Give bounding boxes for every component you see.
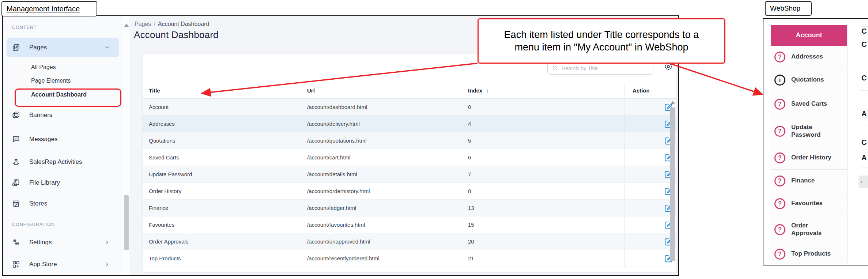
table-scrollbar[interactable] [670,99,676,267]
sidebar-scrollbar[interactable] [123,16,129,275]
sidebar-item-file-library[interactable]: File Library [7,174,119,192]
cell-index: 5 [468,137,624,144]
column-header-action: Action [624,83,676,98]
text-fragment: C [861,74,867,82]
menu-item-label: Account [796,31,822,39]
annotation-highlight-box [15,88,121,107]
sidebar-scrollbar-thumb[interactable] [124,195,129,250]
pages-table: Title Url Index↑ Action Account /account… [143,83,676,267]
text-fragment: C [861,27,867,35]
cell-title: Favourites [143,222,307,228]
sidebar-item-settings[interactable]: Settings [7,234,119,251]
webshop-menu-item-order-approvals[interactable]: ? Order Approvals [771,215,847,244]
menu-item-label: Finance [791,177,815,184]
search-input[interactable] [562,65,649,71]
table-row: Update Password /account/details.html 7 [143,166,676,183]
sidebar-item-salesrep-activities[interactable]: SalesRep Activities [7,153,119,171]
column-header-index[interactable]: Index↑ [468,87,624,94]
text-fragment: A [861,110,867,118]
cell-index: 6 [468,154,624,161]
cell-index: 13 [468,205,624,211]
sidebar-item-label: Settings [29,239,52,246]
cell-title: Account [143,104,307,110]
cell-url: /account/recentlyordered.html [307,255,468,261]
cell-index: 15 [468,222,624,228]
help-circle-icon: ? [774,198,785,209]
cell-title: Addresses [143,121,307,127]
sidebar-item-label: Messages [29,136,57,143]
table-row: Saved Carts /account/cart.html 6 [143,149,676,166]
sidebar-item-label: Pages [29,44,47,51]
cell-url: /account/dashboard.html [307,104,468,110]
cell-index: 21 [468,255,624,261]
file-library-icon [12,178,20,187]
webshop-menu-item-addresses[interactable]: ? Addresses [771,46,847,68]
webshop-menu-item-order-history[interactable]: ? Order History [771,146,847,170]
scroll-up-icon[interactable] [124,23,129,27]
menu-item-label: Saved Carts [791,100,827,108]
breadcrumb: Pages/Account Dashboard [135,21,209,27]
menu-item-label: Addresses [791,53,823,60]
salesrep-icon [12,158,20,166]
menu-item-label: Top Products [791,250,831,257]
sort-ascending-icon: ↑ [486,87,489,94]
stores-icon [12,199,20,208]
webshop-menu-item-account[interactable]: Account [771,25,847,46]
table-row: Finance /account/ledger.html 13 [143,200,676,216]
sidebar-section-content: CONTENT [12,25,37,30]
table-row: Favourites /account/favourites.html 15 [143,216,676,233]
app-store-icon [12,260,20,269]
sidebar-item-banners[interactable]: Banners [7,106,119,124]
cell-url: /account/favourites.html [307,222,468,228]
sidebar-item-label: SalesRep Activities [29,158,82,166]
sidebar-item-pages[interactable]: Pages [7,38,119,57]
banners-icon [12,111,20,120]
breadcrumb-parent[interactable]: Pages [135,21,151,27]
help-circle-icon: ? [774,126,785,137]
column-header-title[interactable]: Title [143,87,307,94]
cell-url: /account/orderhistory.html [307,188,468,194]
sidebar-item-app-store[interactable]: App Store [7,256,119,273]
menu-item-label: Order Approvals [791,222,828,237]
menu-item-label: Favourites [791,200,823,207]
chevron-right-icon [104,261,110,268]
arrow-to-webshop-menu [671,64,762,94]
cell-title: Order History [143,188,307,194]
sidebar: CONTENT Pages All Pages Page Elements Ac… [3,16,123,275]
settings-icon [12,238,20,247]
webshop-menu-item-favourites[interactable]: ? Favourites [771,192,847,215]
webshop-menu-item-quotations[interactable]: i Quotations [771,68,847,92]
cell-url: /account/ledger.html [307,205,468,211]
sidebar-item-all-pages[interactable]: All Pages [31,64,56,71]
sidebar-item-messages[interactable]: Messages [7,131,119,148]
help-circle-icon: ? [774,99,785,110]
webshop-menu-item-finance[interactable]: ? Finance [771,170,847,192]
help-circle-icon: ? [774,52,785,63]
scroll-up-icon[interactable] [671,101,675,104]
sidebar-item-label: App Store [29,261,57,268]
text-fragment: C [861,138,867,147]
webshop-menu-item-top-products[interactable]: ? Top Products [771,244,847,264]
menu-item-label: Quotations [791,76,824,83]
cell-url: /account/unapproved.html [307,238,468,245]
breadcrumb-separator: / [154,21,155,27]
sidebar-item-page-elements[interactable]: Page Elements [31,78,71,84]
webshop-menu-item-saved-carts[interactable]: ? Saved Carts [771,92,847,116]
cell-index: 4 [468,121,624,127]
annotation-callout: Each item listed under Title corresponds… [478,18,725,64]
page-title: Account Dashboard [134,29,219,41]
search-icon [551,64,559,72]
cell-url: /account/details.html [307,171,468,177]
collapsed-panel-toggle[interactable]: ‹ [858,176,868,188]
table-scrollbar-thumb[interactable] [670,108,675,261]
cell-url: /account/cart.html [307,154,468,161]
menu-item-label: Order History [791,154,831,161]
sidebar-item-stores[interactable]: Stores [7,195,119,212]
text-fragment: A [861,154,867,162]
sidebar-item-label: Stores [29,200,47,207]
sidebar-section-configuration: CONFIGURATION [12,222,55,227]
webshop-menu-item-update-password[interactable]: ? Update Password [771,116,847,146]
table-row: Account /account/dashboard.html 0 [143,99,676,116]
help-circle-icon: ? [774,224,785,235]
column-header-url[interactable]: Url [307,87,468,94]
